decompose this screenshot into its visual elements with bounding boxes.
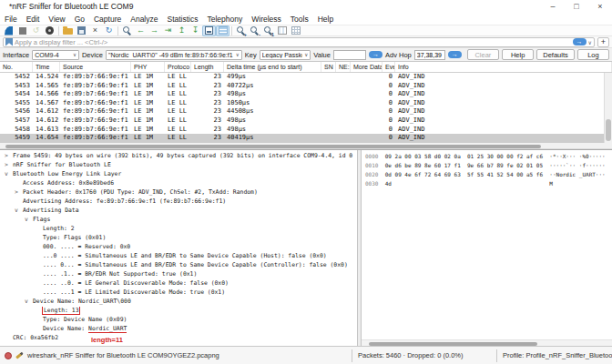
expander-icon[interactable]: > [15,188,23,196]
close-button[interactable]: × [588,0,612,13]
restart-capture-icon[interactable]: ↺ [29,25,43,36]
detail-line[interactable]: .... ..0. = LE General Discoverable Mode… [0,279,357,288]
reload-file-icon[interactable]: ↻ [102,25,116,36]
detail-line[interactable]: CRC: 0xa56fb2 [0,334,357,343]
packet-row[interactable]: 545814.613fe:89:b7:66:9e:f1LE 1MLE LL234… [0,126,612,135]
apply-advhop-button[interactable]: → [448,51,462,58]
expander-icon[interactable]: v [25,216,33,223]
zoom-out-icon[interactable]: - [248,25,261,36]
close-file-icon[interactable]: × [88,25,102,36]
apply-value-button[interactable]: → [369,51,382,58]
packet-row[interactable]: 545314.565fe:89:b7:66:9e:f1LE 1MLE LL234… [0,82,612,91]
column-header-protoco[interactable]: Protoco [165,62,191,72]
detail-line[interactable]: vBluetooth Low Energy Link Layer [0,170,357,179]
column-header-more-data[interactable]: More Data [351,62,382,72]
detail-line[interactable]: >Packet Header: 0x1760 (PDU Type: ADV_IN… [0,188,357,197]
menu-wireless[interactable]: Wireless [247,15,286,24]
column-header-length[interactable]: Length [191,62,224,72]
hex-row[interactable]: 0010 0e d6 be 89 8e 60 17 f1 9e 66 b7 89… [365,162,612,171]
packet-row[interactable]: 545414.566fe:89:b7:66:9e:f1LE 1MLE LL234… [0,90,612,99]
stop-capture-icon[interactable] [15,25,29,36]
add-filter-button-expression[interactable]: + [597,37,609,47]
apply-filter-button[interactable]: → [573,38,586,46]
packet-row[interactable]: 545614.612fe:89:b7:66:9e:f1LE 1MLE LL234… [0,107,612,116]
key-select[interactable]: Legacy Passkey ∨ [260,50,311,60]
packet-row[interactable]: 545514.567fe:89:b7:66:9e:f1LE 1MLE LL231… [0,99,612,108]
clear-button[interactable]: Clear [467,49,499,60]
filter-dropdown-caret-icon[interactable]: ∨ [588,39,592,46]
help-button[interactable]: Help [502,49,534,60]
detail-line[interactable]: Access Address: 0x8e89bed6 [0,179,357,188]
detail-line[interactable]: vAdvertising Data [0,207,357,216]
maximize-button[interactable]: □ [565,0,588,13]
zoom-original-icon[interactable]: 1 [261,25,275,36]
hex-row[interactable]: 0020 0d 09 4e 6f 72 64 69 63 5f 55 41 52… [365,171,612,180]
detail-line[interactable]: Advertising Address: fe:89:b7:66:9e:f1 (… [0,197,357,207]
detail-line[interactable]: Type: Flags (0x01) [0,234,357,243]
advhop-input[interactable] [414,50,445,60]
packet-list-vertical-scrollbar[interactable] [604,73,612,143]
open-file-icon[interactable] [61,25,75,36]
display-filter-input[interactable] [15,38,571,46]
detail-line[interactable]: Length: 2 [0,225,357,234]
packet-row[interactable]: 545914.654fe:89:b7:66:9e:f1LE 1MLE LL234… [0,134,612,143]
go-last-packet-icon[interactable]: ↧ [189,25,202,36]
menu-help[interactable]: Help [313,15,338,24]
go-first-packet-icon[interactable]: ↥ [175,25,189,36]
scrollbar-thumb[interactable] [606,119,611,141]
column-header-time[interactable]: Time [33,62,60,72]
filter-bookmark-icon[interactable] [5,38,13,46]
detail-line[interactable]: Device Name: Nordic_UART [0,325,357,334]
menu-edit[interactable]: Edit [22,15,45,24]
menu-file[interactable]: File [0,15,22,24]
packet-row[interactable]: 545714.612fe:89:b7:66:9e:f1LE 1MLE LL234… [0,116,612,126]
detail-line[interactable]: ...0 .... = Simultaneous LE and BR/EDR t… [0,252,357,261]
menu-go[interactable]: Go [70,15,89,24]
scrollbar-thumb[interactable] [369,342,537,346]
column-header-phy[interactable]: PHY [131,62,165,72]
expander-icon[interactable]: v [5,170,13,177]
detail-line[interactable]: >nRF Sniffer for Bluetooth LE [0,161,357,170]
capture-options-icon[interactable] [43,25,56,36]
go-back-icon[interactable]: ← [134,25,148,36]
colorize-packets-icon[interactable] [216,25,230,36]
menu-view[interactable]: View [44,15,69,24]
expander-icon[interactable]: v [25,298,33,305]
resize-columns-icon[interactable] [275,25,289,36]
expander-icon[interactable]: > [5,152,13,159]
device-select[interactable]: "Nordic_UART\0" -49 dBm fe:89:b7:66:9e:f… [106,50,242,60]
menu-statistics[interactable]: Statistics [162,15,202,24]
hex-row[interactable]: 0000 09 2a 00 03 58 d0 02 0a 01 25 30 00… [365,153,612,162]
column-header-source[interactable]: Source [60,62,131,72]
detail-line[interactable]: Type: Device Name (0x09) [0,316,357,325]
column-header-ne[interactable]: NE: [336,62,351,72]
value-input[interactable] [333,50,366,60]
expander-icon[interactable]: > [5,161,13,168]
save-file-icon[interactable] [75,25,88,36]
minimize-button[interactable]: – [541,0,565,13]
defaults-button[interactable]: Defaults [536,49,575,60]
packet-list-horizontal-scrollbar[interactable] [0,143,612,149]
profile-name[interactable]: Profile: Profile_nRF_Sniffer_Bluetooth_L… [497,351,612,359]
detail-line[interactable]: >Frame 5459: 49 bytes on wire (392 bits)… [0,152,357,161]
menu-telephony[interactable]: Telephony [203,15,248,24]
detail-line[interactable]: .... .1.. = BR/EDR Not Supported: true (… [0,270,357,279]
display-columns-icon[interactable] [289,25,302,36]
start-capture-icon[interactable] [2,25,15,36]
detail-line[interactable]: 000. .... = Reserved: 0x0 [0,243,357,252]
packet-row[interactable]: 545214.524fe:89:b7:66:9e:f1LE 1MLE LL234… [0,73,612,82]
column-header-sn[interactable]: SN [321,62,336,72]
detail-line[interactable]: vDevice Name: Nordic_UART\000 [0,298,357,307]
menu-tools[interactable]: Tools [286,15,313,24]
capture-comment-icon[interactable] [15,351,24,359]
column-header-no[interactable]: No. [0,62,33,72]
go-forward-icon[interactable]: → [148,25,161,36]
menu-capture[interactable]: Capture [89,15,126,24]
column-header-info[interactable]: Info [395,62,612,72]
hex-row[interactable]: 0030 4d M [365,180,612,189]
hex-horizontal-scrollbar[interactable] [362,339,612,346]
auto-scroll-icon[interactable] [202,25,216,36]
find-packet-icon[interactable] [120,25,134,36]
detail-line[interactable]: Length: 13 [0,307,357,316]
menu-analyze[interactable]: Analyze [126,15,162,24]
